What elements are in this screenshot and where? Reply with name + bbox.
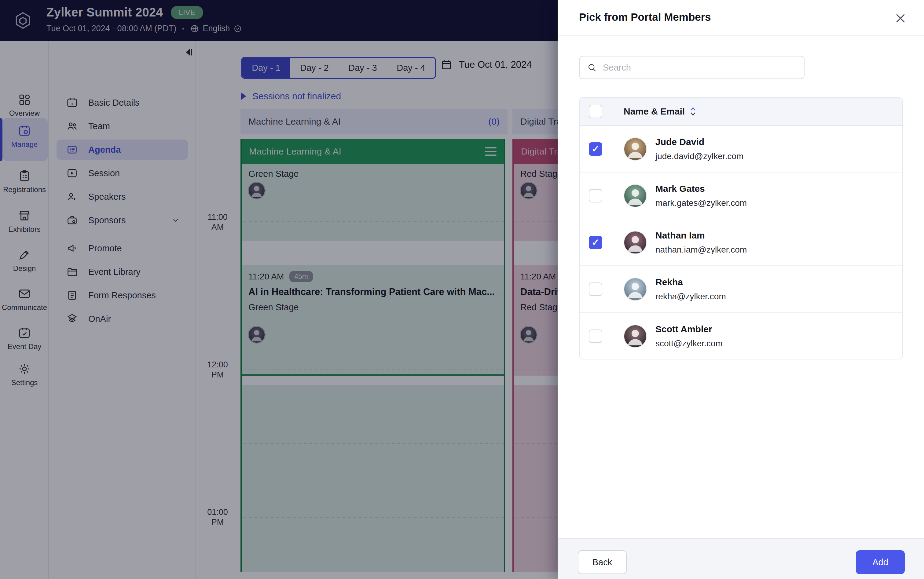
avatar	[624, 184, 647, 207]
search-input[interactable]	[603, 62, 796, 73]
member-email: rekha@zylker.com	[655, 292, 726, 301]
member-search	[579, 56, 804, 79]
member-name: Jude David	[655, 137, 744, 147]
members-table-header: Name & Email	[580, 98, 902, 126]
modal-header: Pick from Portal Members	[558, 0, 924, 36]
modal-backdrop[interactable]	[0, 0, 558, 579]
pick-portal-members-modal: Pick from Portal Members Name & Email	[558, 0, 924, 579]
members-table: Name & Email Jude David jude.david@zylke…	[579, 97, 903, 360]
member-checkbox[interactable]	[589, 142, 602, 156]
member-name: Mark Gates	[655, 183, 747, 194]
member-name: Nathan Iam	[655, 230, 747, 240]
member-row[interactable]: Rekha rekha@zylker.com	[580, 266, 902, 313]
member-row[interactable]: Scott Ambler scott@zylker.com	[580, 313, 902, 360]
modal-footer: Back Add	[558, 538, 924, 579]
member-checkbox[interactable]	[589, 236, 602, 249]
member-row[interactable]: Jude David jude.david@zylker.com	[580, 126, 902, 173]
member-email: nathan.iam@zylker.com	[655, 245, 747, 255]
member-row[interactable]: Nathan Iam nathan.iam@zylker.com	[580, 219, 902, 266]
app-root: Zylker Summit 2024 LIVE Tue Oct 01, 2024…	[0, 0, 924, 579]
close-icon[interactable]	[894, 11, 907, 25]
search-icon	[587, 62, 597, 72]
member-email: mark.gates@zylker.com	[655, 198, 747, 208]
avatar	[624, 325, 647, 348]
member-name: Scott Ambler	[655, 324, 722, 334]
member-checkbox[interactable]	[589, 329, 602, 343]
back-button[interactable]: Back	[578, 550, 627, 574]
member-name: Rekha	[655, 277, 726, 287]
member-email: scott@zylker.com	[655, 339, 722, 348]
avatar	[624, 231, 647, 254]
sort-arrows-icon[interactable]	[689, 106, 697, 117]
column-header-name-email: Name & Email	[624, 106, 685, 117]
select-all-checkbox[interactable]	[589, 105, 602, 118]
add-button[interactable]: Add	[856, 550, 905, 574]
member-row[interactable]: Mark Gates mark.gates@zylker.com	[580, 173, 902, 219]
member-checkbox[interactable]	[589, 283, 602, 296]
avatar	[624, 278, 647, 301]
avatar	[624, 137, 647, 160]
member-checkbox[interactable]	[589, 189, 602, 203]
member-email: jude.david@zylker.com	[655, 152, 744, 161]
modal-title: Pick from Portal Members	[579, 11, 711, 23]
